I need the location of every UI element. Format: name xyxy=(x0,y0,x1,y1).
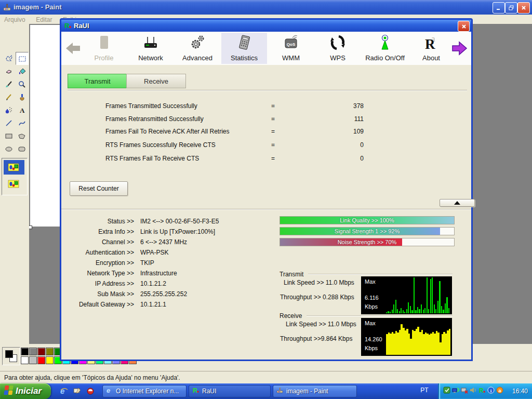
graph-bar xyxy=(419,309,420,313)
palette-swatch[interactable] xyxy=(21,348,29,355)
palette-swatch[interactable] xyxy=(21,356,29,364)
selection-transparent-option[interactable] xyxy=(4,177,24,191)
transmit-group-line xyxy=(308,274,453,274)
stat-row-equals: = xyxy=(271,115,275,123)
receive-group-label: Receive xyxy=(280,312,302,320)
start-button-label: Iniciar xyxy=(16,386,42,396)
stat-row-value: 378 xyxy=(311,102,364,110)
palette-swatch[interactable] xyxy=(46,348,54,355)
quicklaunch-show-desktop-icon[interactable] xyxy=(73,387,82,396)
tray-info-icon[interactable]: i xyxy=(487,387,495,396)
receive-link-speed: Link Speed >> 11.0 Mbps xyxy=(286,321,356,328)
palette-swatch[interactable] xyxy=(29,348,37,355)
reset-counter-button[interactable]: Reset Counter xyxy=(70,181,128,196)
tool-text[interactable]: A xyxy=(16,104,28,116)
tool-rectangle[interactable] xyxy=(3,130,15,142)
menu-editar[interactable]: Editar xyxy=(32,15,56,24)
link-status-value: Infrastructure xyxy=(140,270,275,277)
tray-network-disconnected-icon[interactable] xyxy=(461,387,468,396)
tray-volume-icon[interactable] xyxy=(470,387,477,396)
tool-polygon[interactable] xyxy=(16,130,28,142)
graph-bar xyxy=(408,302,409,313)
palette-swatch[interactable] xyxy=(29,356,37,364)
radio-on-off-icon xyxy=(359,34,411,54)
signal-bar-label: Noise Strength >> 70% xyxy=(280,238,454,246)
toolbar-statistics-button[interactable]: Statistics xyxy=(221,33,267,64)
toolbar-wps-button[interactable]: WPS xyxy=(315,33,361,64)
close-button[interactable] xyxy=(517,2,530,14)
svg-text:R: R xyxy=(193,387,197,394)
tool-airbrush[interactable] xyxy=(3,104,15,116)
quicklaunch-browser-icon[interactable] xyxy=(86,387,96,396)
tab-transmit[interactable]: Transmit xyxy=(68,74,127,88)
graph-bar xyxy=(449,329,451,355)
tray-network-wireless-icon[interactable] xyxy=(452,387,459,396)
palette-swatch[interactable] xyxy=(37,356,45,364)
tray-updates-icon[interactable]: a xyxy=(496,387,503,396)
graph-bar xyxy=(439,281,440,313)
tool-fill-with-color[interactable] xyxy=(16,65,28,77)
graph-bar xyxy=(446,297,447,313)
receive-throughput: Throughput >>9.864 Kbps xyxy=(280,335,352,342)
stat-row-label: Frames Fail To Receive ACK After All Ret… xyxy=(105,128,267,135)
graph-bar xyxy=(386,312,387,313)
task-paint[interactable]: imagem - Paint xyxy=(273,385,357,397)
restore-button[interactable] xyxy=(505,2,517,14)
forward-arrow-icon[interactable] xyxy=(451,40,469,58)
signal-bar: Signal Strength 1 >> 92% xyxy=(280,227,455,235)
toolbar-advanced-button[interactable]: Advanced xyxy=(175,33,220,64)
tool-pencil[interactable] xyxy=(3,91,15,103)
tabs-divider xyxy=(68,90,467,91)
ellipse-icon xyxy=(6,147,12,151)
link-status-value: 6 <--> 2437 MHz xyxy=(140,238,275,246)
tool-eraser[interactable] xyxy=(3,65,15,77)
pick-color-icon xyxy=(6,82,11,87)
graph-bar xyxy=(428,309,429,313)
graph-bar xyxy=(448,308,449,313)
foreground-color-swatch xyxy=(5,350,13,358)
tool-curve[interactable] xyxy=(16,117,28,129)
language-indicator[interactable]: PT xyxy=(416,387,433,394)
toolbar-radio-button[interactable]: Radio On/Off xyxy=(359,33,411,64)
tool-select[interactable] xyxy=(16,52,29,65)
menu-arquivo[interactable]: Arquivo xyxy=(0,15,30,24)
toolbar-about-button[interactable]: aR About xyxy=(410,33,452,64)
palette-swatch[interactable] xyxy=(37,348,45,355)
palette-swatch[interactable] xyxy=(46,356,54,364)
graph-bar xyxy=(443,310,444,313)
tool-magnifier[interactable] xyxy=(16,78,28,90)
task-raui[interactable]: R RaUI xyxy=(189,385,271,397)
minimize-button[interactable] xyxy=(493,2,505,14)
tray-security-icon[interactable] xyxy=(443,387,450,396)
back-arrow-icon[interactable] xyxy=(64,41,82,58)
quicklaunch-internet-explorer-icon[interactable]: e xyxy=(59,387,69,396)
toolbar-profile-button[interactable]: Profile xyxy=(81,33,127,64)
toolbar-network-button[interactable]: Network xyxy=(128,33,174,64)
tab-receive[interactable]: Receive xyxy=(126,74,186,88)
link-status-value: 10.1.21.1 xyxy=(140,301,275,308)
polygon-icon xyxy=(19,134,25,139)
toolbar-wmm-button[interactable]: QoS WMM xyxy=(268,33,314,64)
collapse-button[interactable] xyxy=(440,199,475,207)
raui-close-button[interactable] xyxy=(458,21,470,32)
tool-pick-color[interactable] xyxy=(3,78,15,90)
svg-text:QoS: QoS xyxy=(287,42,296,47)
taskbar-clock[interactable]: 16:40 xyxy=(512,388,532,395)
tool-line[interactable] xyxy=(3,117,15,129)
canvas-resize-handle[interactable] xyxy=(29,225,32,229)
tray-raui-icon[interactable]: R xyxy=(478,387,486,396)
paint-task-icon xyxy=(276,387,284,396)
graph-bar xyxy=(423,310,424,313)
tool-brush[interactable] xyxy=(16,91,28,103)
about-icon: aR xyxy=(410,34,452,54)
task-internet-explorer[interactable]: e O Internet Explorer n... xyxy=(102,385,187,397)
stat-row-value: 109 xyxy=(311,128,364,135)
graph-bar xyxy=(417,307,418,313)
tool-rounded-rectangle[interactable] xyxy=(16,143,28,155)
selection-opaque-option[interactable] xyxy=(4,160,24,175)
raui-title: RaUI xyxy=(74,22,89,30)
start-button[interactable]: Iniciar xyxy=(0,383,51,399)
tool-free-form-select[interactable] xyxy=(3,52,15,64)
link-status-label: Authentication >> xyxy=(61,249,134,256)
tool-ellipse[interactable] xyxy=(3,143,15,155)
